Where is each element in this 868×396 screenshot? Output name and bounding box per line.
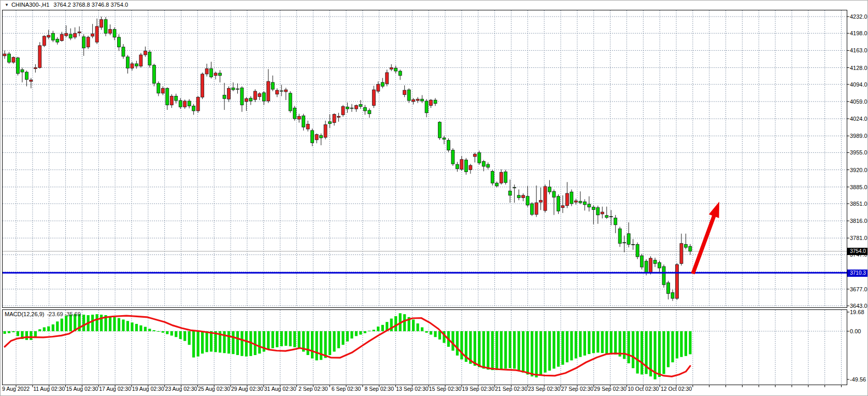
symbol-dropdown-icon[interactable]: ▼ [5,3,9,7]
macd-values: -23.69 -35.69 [47,311,80,317]
svg-text:0.00: 0.00 [850,328,861,334]
hline-price-badge: 3710.3 [847,270,868,277]
svg-text:4024.0: 4024.0 [850,116,867,122]
svg-text:8 Sep 02:30: 8 Sep 02:30 [364,386,394,392]
svg-text:3816.0: 3816.0 [850,218,867,224]
svg-text:19 Sep 02:30: 19 Sep 02:30 [462,386,495,392]
svg-text:29 Sep 02:30: 29 Sep 02:30 [594,386,627,392]
svg-text:21 Sep 02:30: 21 Sep 02:30 [495,386,528,392]
svg-text:27 Sep 02:30: 27 Sep 02:30 [561,386,594,392]
svg-text:19 Aug 02:30: 19 Aug 02:30 [132,386,164,392]
ohlc-values: 3764.2 3768.8 3746.8 3754.0 [53,2,128,8]
chart-title[interactable]: ▼CHINA300-,H13764.2 3768.8 3746.8 3754.0 [5,2,128,8]
svg-text:4094.0: 4094.0 [850,81,867,88]
svg-text:11 Aug 02:30: 11 Aug 02:30 [33,386,65,392]
svg-text:3677.0: 3677.0 [850,286,867,292]
svg-text:15 Sep 02:30: 15 Sep 02:30 [429,386,462,392]
svg-text:23 Aug 02:30: 23 Aug 02:30 [165,386,197,392]
svg-text:10 Oct 02:30: 10 Oct 02:30 [628,386,659,392]
svg-text:3851.0: 3851.0 [850,201,867,207]
svg-text:3955.0: 3955.0 [850,149,867,155]
svg-text:17 Aug 02:30: 17 Aug 02:30 [99,386,131,392]
price-axis: 4232.04198.04163.04128.04094.04059.04024… [847,13,867,309]
svg-text:4059.0: 4059.0 [850,98,867,105]
svg-text:-49.56: -49.56 [850,376,866,383]
svg-text:3781.0: 3781.0 [850,235,867,241]
svg-text:6 Sep 02:30: 6 Sep 02:30 [332,386,361,392]
svg-text:2 Sep 02:30: 2 Sep 02:30 [298,386,328,392]
svg-text:9 Aug 2022: 9 Aug 2022 [2,386,30,392]
svg-text:23 Sep 02:30: 23 Sep 02:30 [528,386,561,392]
svg-text:3643.0: 3643.0 [850,303,867,309]
svg-text:19.68: 19.68 [850,309,864,315]
svg-text:4198.0: 4198.0 [850,30,867,36]
macd-indicator-label: MACD(12,26,9)-23.69 -35.69 [5,311,81,317]
svg-text:4128.0: 4128.0 [850,65,867,71]
time-axis: 9 Aug 202211 Aug 02:3015 Aug 02:3017 Aug… [2,385,842,392]
svg-text:12 Oct 02:30: 12 Oct 02:30 [661,386,692,392]
svg-text:3989.0: 3989.0 [850,133,867,139]
svg-text:31 Aug 02:30: 31 Aug 02:30 [264,386,296,392]
trading-chart-window: 4232.04198.04163.04128.04094.04059.04024… [0,0,868,396]
svg-text:15 Aug 02:30: 15 Aug 02:30 [66,386,98,392]
svg-text:13 Sep 02:30: 13 Sep 02:30 [396,386,429,392]
svg-text:4232.0: 4232.0 [850,13,867,20]
macd-name: MACD(12,26,9) [5,311,44,317]
symbol-period-label: CHINA300-,H1 [11,2,49,8]
svg-text:25 Aug 02:30: 25 Aug 02:30 [198,386,230,392]
svg-text:3885.0: 3885.0 [850,184,867,190]
svg-text:4163.0: 4163.0 [850,47,867,53]
svg-text:3920.0: 3920.0 [850,167,867,173]
current-price-badge: 3754.0 [847,248,868,255]
price-chart-canvas[interactable]: 4232.04198.04163.04128.04094.04059.04024… [1,1,868,396]
svg-text:29 Aug 02:30: 29 Aug 02:30 [231,386,263,392]
